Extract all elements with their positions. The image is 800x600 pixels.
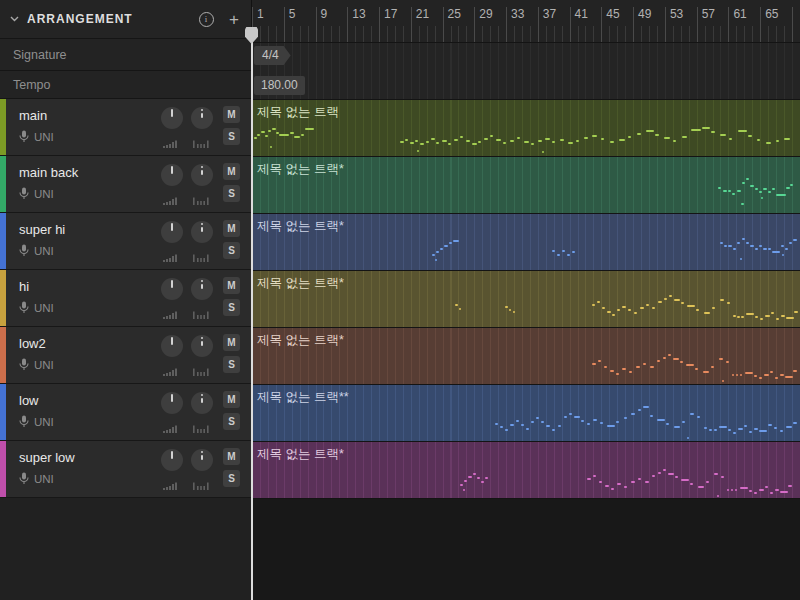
- midi-note: [568, 142, 573, 144]
- pan-knob[interactable]: [191, 107, 213, 129]
- track-input[interactable]: UNI: [19, 301, 54, 314]
- solo-button[interactable]: S: [223, 185, 240, 202]
- panel-header: ARRANGEMENT i +: [0, 0, 251, 39]
- track-input[interactable]: UNI: [19, 187, 54, 200]
- tempo-marker[interactable]: 180.00: [254, 76, 305, 95]
- midi-note: [616, 421, 619, 423]
- track-input[interactable]: UNI: [19, 130, 54, 143]
- mute-button[interactable]: M: [223, 277, 240, 294]
- playhead-line: [251, 34, 253, 600]
- ruler-tick: [689, 26, 690, 42]
- mute-button[interactable]: M: [223, 220, 240, 237]
- clip-hi[interactable]: 제목 없는 트랙*: [252, 271, 800, 328]
- track-header-super-hi[interactable]: super hiUNIMS: [0, 213, 251, 270]
- track-input-label: UNI: [34, 359, 54, 371]
- volume-knob[interactable]: [161, 278, 183, 300]
- ruler-tick: [760, 7, 761, 42]
- timeline-ruler[interactable]: 1591317212529333741454953576165: [252, 0, 800, 43]
- pan-knob[interactable]: [191, 278, 213, 300]
- midi-note: [636, 366, 640, 368]
- solo-button[interactable]: S: [223, 470, 240, 487]
- track-input[interactable]: UNI: [19, 415, 54, 428]
- pan-knob[interactable]: [191, 392, 213, 414]
- pan-knob[interactable]: [191, 335, 213, 357]
- solo-button[interactable]: S: [223, 242, 240, 259]
- track-header-hi[interactable]: hiUNIMS: [0, 270, 251, 327]
- midi-note: [674, 299, 680, 301]
- solo-button[interactable]: S: [223, 299, 240, 316]
- track-name: hi: [19, 279, 29, 294]
- volume-knob[interactable]: [161, 164, 183, 186]
- midi-note: [301, 134, 304, 136]
- level-meter-icon: [163, 419, 180, 437]
- mute-button[interactable]: M: [223, 106, 240, 123]
- pan-knob[interactable]: [191, 164, 213, 186]
- ruler-tick: [292, 26, 293, 42]
- midi-note: [645, 481, 649, 483]
- ruler-bar-number: 9: [321, 7, 328, 21]
- mute-button[interactable]: M: [223, 448, 240, 465]
- clip-super-low[interactable]: 제목 없는 트랙*: [252, 442, 800, 499]
- ruler-tick: [482, 26, 483, 42]
- track-input[interactable]: UNI: [19, 358, 54, 371]
- midi-note: [664, 298, 667, 300]
- midi-note: [279, 134, 289, 136]
- track-input[interactable]: UNI: [19, 244, 54, 257]
- midi-note: [466, 140, 470, 142]
- mute-button[interactable]: M: [223, 391, 240, 408]
- solo-button[interactable]: S: [223, 413, 240, 430]
- volume-knob[interactable]: [161, 392, 183, 414]
- midi-note: [460, 484, 463, 486]
- midi-note: [720, 299, 724, 301]
- midi-note: [766, 142, 771, 144]
- midi-note: [449, 242, 452, 244]
- microphone-icon: [19, 301, 29, 314]
- signature-marker[interactable]: 4/4: [254, 46, 291, 65]
- midi-note: [738, 428, 743, 430]
- track-header-super-low[interactable]: super lowUNIMS: [0, 441, 251, 498]
- volume-knob[interactable]: [161, 335, 183, 357]
- track-header-main[interactable]: mainUNIMS: [0, 99, 251, 156]
- mute-button[interactable]: M: [223, 163, 240, 180]
- pan-meter-icon: [193, 305, 210, 323]
- ruler-tick: [387, 26, 388, 42]
- ruler-tick: [633, 7, 634, 42]
- track-input[interactable]: UNI: [19, 472, 54, 485]
- clip-main-back[interactable]: 제목 없는 트랙*: [252, 157, 800, 214]
- chevron-down-icon[interactable]: [10, 16, 19, 22]
- mute-solo-group: MS: [223, 391, 240, 430]
- clip-low2[interactable]: 제목 없는 트랙*: [252, 328, 800, 385]
- clip-super-hi[interactable]: 제목 없는 트랙*: [252, 214, 800, 271]
- ruler-tick: [585, 26, 586, 42]
- solo-button[interactable]: S: [223, 128, 240, 145]
- midi-note: [545, 138, 550, 140]
- microphone-icon: [19, 187, 29, 200]
- midi-note: [765, 315, 770, 317]
- mute-solo-group: MS: [223, 334, 240, 373]
- midi-note: [764, 374, 769, 376]
- ruler-tick: [260, 26, 261, 42]
- microphone-icon: [19, 130, 29, 143]
- midi-note: [668, 473, 674, 475]
- midi-note: [490, 135, 493, 137]
- track-color-strip: [0, 384, 6, 440]
- signature-row[interactable]: Signature: [0, 39, 251, 71]
- solo-button[interactable]: S: [223, 356, 240, 373]
- add-track-icon[interactable]: +: [223, 8, 245, 30]
- midi-note: [736, 374, 738, 376]
- volume-knob[interactable]: [161, 449, 183, 471]
- clip-main[interactable]: 제목 없는 트랙: [252, 100, 800, 157]
- pan-knob[interactable]: [191, 221, 213, 243]
- track-header-low2[interactable]: low2UNIMS: [0, 327, 251, 384]
- track-header-low[interactable]: lowUNIMS: [0, 384, 251, 441]
- info-icon[interactable]: i: [195, 8, 217, 30]
- pan-knob[interactable]: [191, 449, 213, 471]
- ruler-bar-number: 17: [384, 7, 397, 21]
- arrangement-window: 1591317212529333741454953576165 4/4 180.…: [0, 0, 800, 600]
- clip-low[interactable]: 제목 없는 트랙**: [252, 385, 800, 442]
- tempo-row[interactable]: Tempo: [0, 71, 251, 99]
- track-header-main-back[interactable]: main backUNIMS: [0, 156, 251, 213]
- mute-button[interactable]: M: [223, 334, 240, 351]
- volume-knob[interactable]: [161, 221, 183, 243]
- volume-knob[interactable]: [161, 107, 183, 129]
